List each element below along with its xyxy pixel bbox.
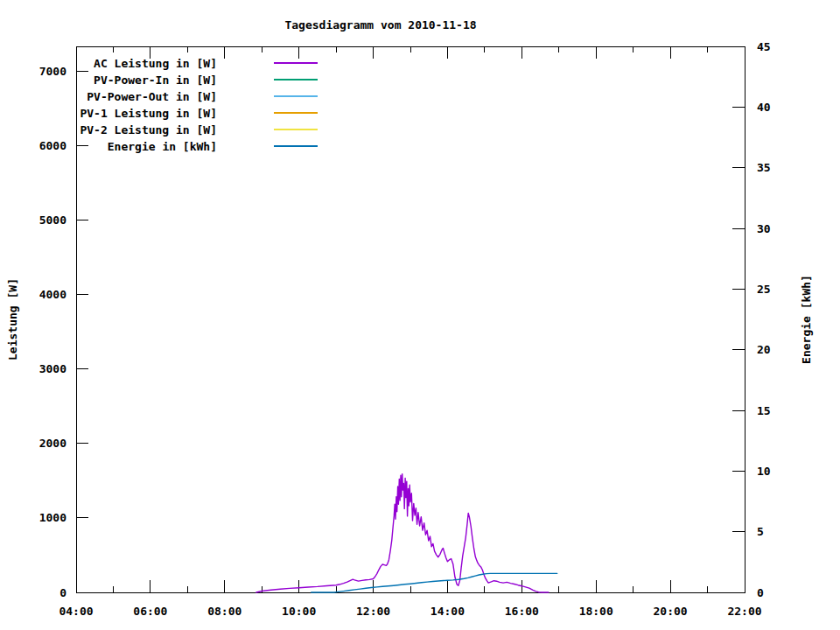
left-tick-label: 3000 [39,362,66,375]
chart-page: Tagesdiagramm vom 2010-11-18 Leistung [W… [0,0,840,630]
right-tick-label: 35 [757,161,771,174]
x-tick-label: 12:00 [356,605,390,618]
left-tick-label: 7000 [39,65,66,78]
left-axis-labels: 01000200030004000500060007000 [39,65,66,598]
left-tick-label: 6000 [39,139,66,152]
legend-label-pv-1-leistung-in-w: PV-1 Leistung in [W] [80,107,217,120]
left-axis-ticks [76,72,88,592]
x-tick-label: 22:00 [727,605,761,618]
x-tick-label: 18:00 [579,605,613,618]
x-tick-label: 08:00 [207,605,242,618]
x-tick-label: 06:00 [133,605,167,618]
legend-label-pv-power-out-in-w: PV-Power-Out in [W] [87,90,217,103]
right-axis-ticks [732,46,745,592]
left-tick-label: 5000 [39,214,66,227]
x-tick-label: 16:00 [505,605,539,618]
right-tick-label: 25 [757,283,771,296]
series-lines [256,474,557,592]
right-tick-label: 40 [757,101,771,114]
x-tick-label: 10:00 [282,605,316,618]
legend-label-pv-2-leistung-in-w: PV-2 Leistung in [W] [80,123,217,136]
series-line-energie-in-kwh [312,573,557,592]
legend-label-energie-in-kwh: Energie in [kWh] [108,140,217,153]
series-line-ac-leistung-in-w [256,474,549,592]
right-tick-label: 45 [757,40,771,53]
x-axis-labels: 04:0006:0008:0010:0012:0014:0016:0018:00… [59,605,761,618]
x-tick-label: 14:00 [430,605,465,618]
right-tick-label: 5 [757,525,764,538]
line-chart: 04:0006:0008:0010:0012:0014:0016:0018:00… [0,0,840,630]
right-tick-label: 0 [757,586,764,599]
x-tick-label: 04:00 [59,605,93,618]
right-axis-labels: 051015202530354045 [757,40,771,599]
x-tick-label: 20:00 [654,605,688,618]
left-tick-label: 2000 [39,437,66,450]
right-tick-label: 30 [757,222,771,235]
right-tick-label: 10 [757,465,771,478]
left-tick-label: 4000 [39,288,66,301]
left-tick-label: 1000 [39,511,66,524]
left-tick-label: 0 [60,586,66,599]
legend-label-pv-power-in-in-w: PV-Power-In in [W] [94,74,217,87]
legend-label-ac-leistung-in-w: AC Leistung in [W] [94,57,217,70]
right-tick-label: 15 [757,404,771,417]
legend: AC Leistung in [W]PV-Power-In in [W]PV-P… [80,57,318,153]
right-tick-label: 20 [757,343,771,356]
